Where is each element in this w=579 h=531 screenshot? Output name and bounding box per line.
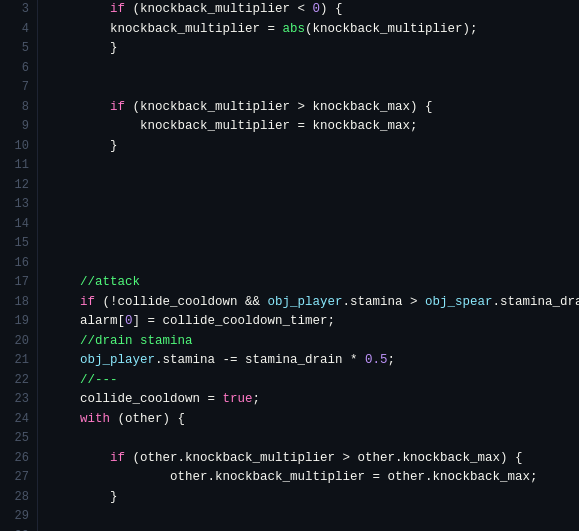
code-token: obj_player bbox=[80, 353, 155, 367]
code-token: (other.knockback_multiplier > other.knoc… bbox=[125, 451, 523, 465]
line-number: 8 bbox=[0, 98, 37, 118]
code-line: if (other.knockback_multiplier > other.k… bbox=[50, 449, 579, 469]
code-line: //attack bbox=[50, 273, 579, 293]
code-line: knockback_multiplier = knockback_max; bbox=[50, 117, 579, 137]
code-token: 0 bbox=[313, 2, 321, 16]
line-number: 27 bbox=[0, 468, 37, 488]
code-token: ) { bbox=[320, 2, 343, 16]
code-token: //attack bbox=[50, 275, 140, 289]
code-line: } bbox=[50, 488, 579, 508]
code-token bbox=[50, 412, 80, 426]
line-number: 14 bbox=[0, 215, 37, 235]
code-token: obj_player bbox=[268, 295, 343, 309]
line-number: 24 bbox=[0, 410, 37, 430]
line-number: 9 bbox=[0, 117, 37, 137]
line-number: 12 bbox=[0, 176, 37, 196]
code-line bbox=[50, 78, 579, 98]
code-line bbox=[50, 429, 579, 449]
code-token: } bbox=[50, 490, 118, 504]
code-token: //drain stamina bbox=[50, 334, 193, 348]
code-token: //--- bbox=[50, 373, 118, 387]
line-number: 25 bbox=[0, 429, 37, 449]
code-token: .stamina > bbox=[343, 295, 426, 309]
line-number: 16 bbox=[0, 254, 37, 274]
line-number: 18 bbox=[0, 293, 37, 313]
code-line: if (!collide_cooldown && obj_player.stam… bbox=[50, 293, 579, 313]
code-line: if (knockback_multiplier < 0) { bbox=[50, 0, 579, 20]
code-line bbox=[50, 59, 579, 79]
code-token: 0 bbox=[125, 314, 133, 328]
line-number: 26 bbox=[0, 449, 37, 469]
line-number: 11 bbox=[0, 156, 37, 176]
code-token: if bbox=[80, 295, 95, 309]
code-token: knockback_multiplier = bbox=[50, 22, 283, 36]
line-number: 4 bbox=[0, 20, 37, 40]
code-token: (knockback_multiplier < bbox=[125, 2, 313, 16]
code-line: } bbox=[50, 39, 579, 59]
code-token: .stamina -= stamina_drain * bbox=[155, 353, 365, 367]
code-line bbox=[50, 234, 579, 254]
code-line: knockback_multiplier = abs(knockback_mul… bbox=[50, 20, 579, 40]
line-number: 6 bbox=[0, 59, 37, 79]
line-number: 30 bbox=[0, 527, 37, 532]
code-area: if (knockback_multiplier < 0) { knockbac… bbox=[38, 0, 579, 531]
code-line bbox=[50, 215, 579, 235]
code-line: with (other) { bbox=[50, 410, 579, 430]
code-token: collide_cooldown = bbox=[50, 392, 223, 406]
code-line: } bbox=[50, 137, 579, 157]
code-line: alarm[0] = collide_cooldown_timer; bbox=[50, 312, 579, 332]
code-token: with bbox=[80, 412, 110, 426]
line-number: 28 bbox=[0, 488, 37, 508]
line-number: 7 bbox=[0, 78, 37, 98]
line-number: 17 bbox=[0, 273, 37, 293]
code-line: //drain stamina bbox=[50, 332, 579, 352]
code-line: if (knockback_multiplier > knockback_max… bbox=[50, 98, 579, 118]
code-token: ; bbox=[388, 353, 396, 367]
code-line bbox=[50, 254, 579, 274]
code-token: obj_spear bbox=[425, 295, 493, 309]
code-line bbox=[50, 195, 579, 215]
line-number: 13 bbox=[0, 195, 37, 215]
code-token: (!collide_cooldown && bbox=[95, 295, 268, 309]
line-number: 15 bbox=[0, 234, 37, 254]
code-token: (knockback_multiplier > knockback_max) { bbox=[125, 100, 433, 114]
code-token: if bbox=[110, 451, 125, 465]
line-number: 19 bbox=[0, 312, 37, 332]
code-line bbox=[50, 507, 579, 527]
line-number: 3 bbox=[0, 0, 37, 20]
code-token: ] = collide_cooldown_timer; bbox=[133, 314, 336, 328]
code-token: alarm[ bbox=[50, 314, 125, 328]
code-token: } bbox=[50, 41, 118, 55]
code-line: obj_player.stamina -= stamina_drain * 0.… bbox=[50, 351, 579, 371]
code-token: if bbox=[110, 100, 125, 114]
code-editor[interactable]: 3456789101112131415161718192021222324252… bbox=[0, 0, 579, 531]
code-line bbox=[50, 176, 579, 196]
code-token: if bbox=[110, 2, 125, 16]
code-token: ; bbox=[253, 392, 261, 406]
line-number: 21 bbox=[0, 351, 37, 371]
line-number: 29 bbox=[0, 507, 37, 527]
code-line bbox=[50, 527, 579, 532]
line-number: 23 bbox=[0, 390, 37, 410]
code-line: collide_cooldown = true; bbox=[50, 390, 579, 410]
code-token: } bbox=[50, 139, 118, 153]
code-token: (knockback_multiplier); bbox=[305, 22, 478, 36]
line-number: 22 bbox=[0, 371, 37, 391]
line-numbers: 3456789101112131415161718192021222324252… bbox=[0, 0, 38, 531]
line-number: 10 bbox=[0, 137, 37, 157]
code-token: true bbox=[223, 392, 253, 406]
code-token bbox=[50, 100, 110, 114]
code-token: other.knockback_multiplier = other.knock… bbox=[50, 470, 538, 484]
code-token: 0.5 bbox=[365, 353, 388, 367]
code-line: //--- bbox=[50, 371, 579, 391]
code-token: (other) { bbox=[110, 412, 185, 426]
code-token: .stamina_drain) { bbox=[493, 295, 579, 309]
code-token bbox=[50, 295, 80, 309]
line-number: 5 bbox=[0, 39, 37, 59]
code-token bbox=[50, 2, 110, 16]
code-token bbox=[50, 451, 110, 465]
code-token: abs bbox=[283, 22, 306, 36]
code-line bbox=[50, 156, 579, 176]
line-number: 20 bbox=[0, 332, 37, 352]
code-line: other.knockback_multiplier = other.knock… bbox=[50, 468, 579, 488]
